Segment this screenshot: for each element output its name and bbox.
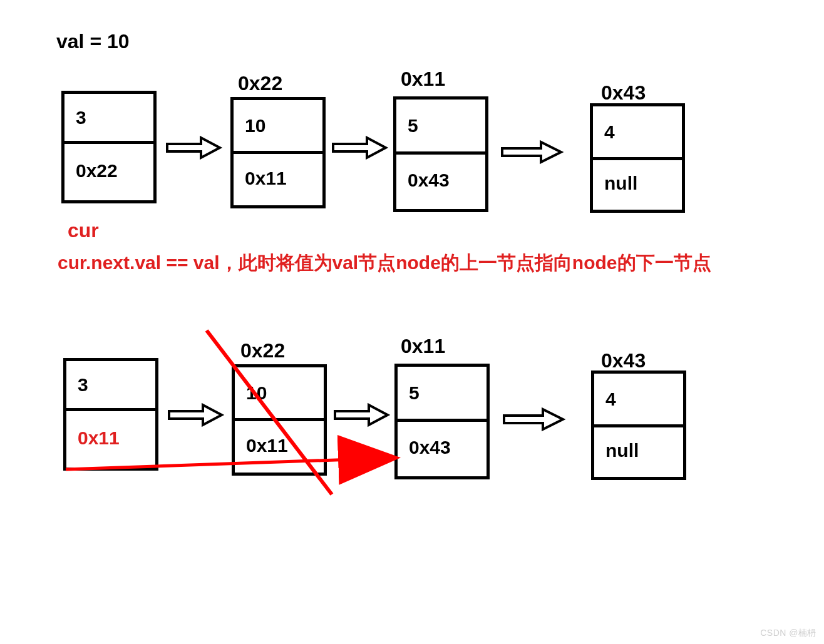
title-text: val = 10	[56, 30, 130, 53]
node-next: null	[594, 424, 683, 477]
arrow-icon	[166, 136, 222, 159]
node-val: 10	[234, 100, 322, 154]
addr-label: 0x43	[601, 349, 646, 372]
node-val: 3	[64, 94, 153, 144]
node-val: 3	[66, 361, 155, 411]
arrow-icon	[501, 141, 564, 163]
node-next: 0x11	[234, 151, 322, 205]
node-val: 5	[398, 367, 487, 422]
node-next: 0x22	[64, 141, 153, 200]
cur-label: cur	[68, 219, 99, 242]
explanation-text: cur.next.val == val，此时将值为val节点node的上一节点指…	[58, 250, 746, 276]
bypass-arrow-icon	[63, 451, 413, 488]
node-next: 0x43	[396, 151, 485, 209]
addr-label: 0x43	[601, 81, 646, 105]
svg-line-1	[66, 458, 388, 469]
list-node: 5 0x43	[393, 96, 488, 212]
watermark: CSDN @楠枬	[760, 628, 816, 639]
node-val: 4	[594, 374, 683, 427]
list-node: 10 0x11	[230, 97, 326, 208]
arrow-icon	[332, 136, 388, 159]
arrow-icon	[503, 408, 565, 431]
addr-label: 0x22	[238, 72, 282, 95]
node-val: 5	[396, 100, 485, 155]
list-node: 4 null	[590, 103, 685, 213]
addr-label: 0x11	[401, 335, 445, 358]
addr-label: 0x11	[401, 68, 445, 91]
node-val: 4	[593, 106, 682, 160]
node-next: null	[593, 157, 682, 210]
list-node: 4 null	[591, 371, 686, 480]
list-node: 3 0x22	[61, 91, 157, 203]
